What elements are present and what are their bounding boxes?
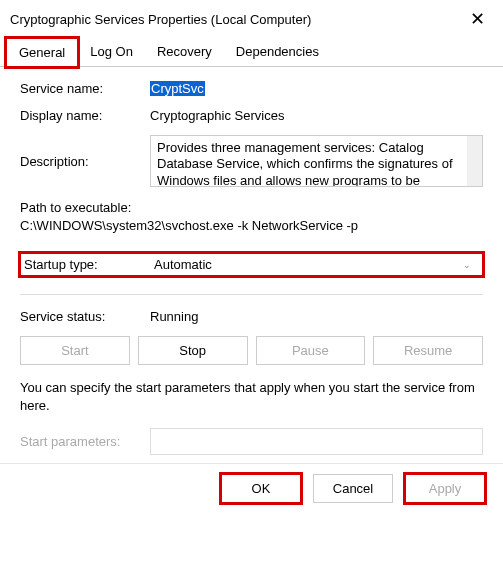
window-title: Cryptographic Services Properties (Local… xyxy=(10,12,311,27)
divider xyxy=(20,294,483,295)
cancel-button[interactable]: Cancel xyxy=(313,474,393,503)
dialog-footer: OK Cancel Apply xyxy=(0,463,503,517)
service-name-value[interactable]: CryptSvc xyxy=(150,81,205,96)
start-params-input xyxy=(150,428,483,455)
tab-dependencies[interactable]: Dependencies xyxy=(224,38,331,66)
close-icon[interactable]: ✕ xyxy=(463,8,491,30)
content-panel: Service name: CryptSvc Display name: Cry… xyxy=(0,67,503,463)
start-button: Start xyxy=(20,336,130,365)
display-name-value: Cryptographic Services xyxy=(150,108,483,123)
display-name-label: Display name: xyxy=(20,108,150,123)
startup-type-label: Startup type: xyxy=(24,257,154,272)
start-params-label: Start parameters: xyxy=(20,434,150,449)
path-value: C:\WINDOWS\system32\svchost.exe -k Netwo… xyxy=(20,217,483,235)
scrollbar[interactable] xyxy=(467,136,482,186)
tab-general[interactable]: General xyxy=(6,38,78,67)
path-label: Path to executable: xyxy=(20,199,483,217)
start-params-hint: You can specify the start parameters tha… xyxy=(20,379,483,414)
tabs: General Log On Recovery Dependencies xyxy=(0,38,503,67)
pause-button: Pause xyxy=(256,336,366,365)
startup-type-select[interactable]: Automatic ⌄ xyxy=(154,257,479,272)
ok-button[interactable]: OK xyxy=(221,474,301,503)
resume-button: Resume xyxy=(373,336,483,365)
description-box[interactable]: Provides three management services: Cata… xyxy=(150,135,483,187)
service-name-label: Service name: xyxy=(20,81,150,96)
startup-type-value: Automatic xyxy=(154,257,212,272)
chevron-down-icon: ⌄ xyxy=(463,260,471,270)
tab-recovery[interactable]: Recovery xyxy=(145,38,224,66)
service-status-label: Service status: xyxy=(20,309,150,324)
titlebar: Cryptographic Services Properties (Local… xyxy=(0,0,503,34)
description-text: Provides three management services: Cata… xyxy=(157,140,453,187)
description-label: Description: xyxy=(20,154,150,169)
apply-button: Apply xyxy=(405,474,485,503)
service-status-value: Running xyxy=(150,309,198,324)
stop-button[interactable]: Stop xyxy=(138,336,248,365)
tab-logon[interactable]: Log On xyxy=(78,38,145,66)
